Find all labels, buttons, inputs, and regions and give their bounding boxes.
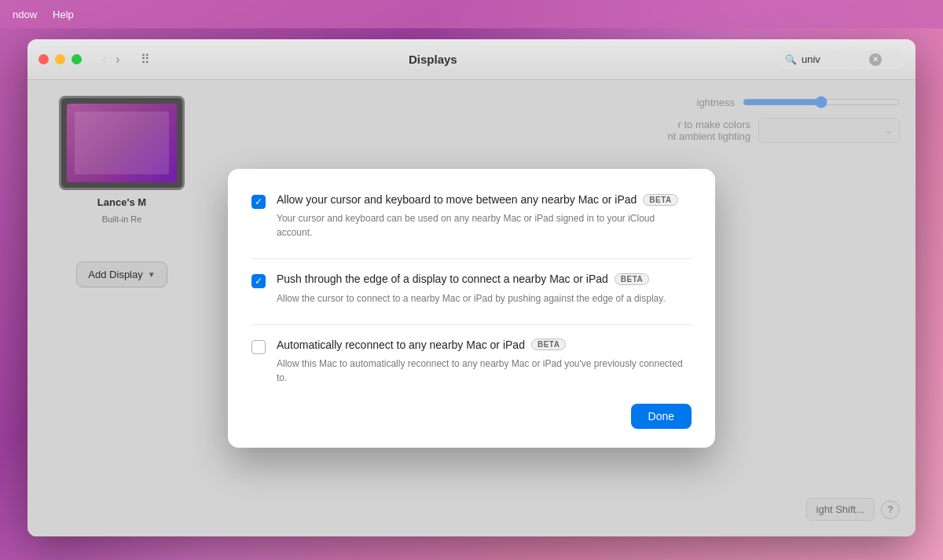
macos-window: ‹ › ⠿ Displays 🔍 ✕ Lance's M Built-in Re… — [28, 39, 915, 536]
search-bar: 🔍 ✕ — [779, 50, 904, 69]
modal-footer: Done — [251, 404, 692, 429]
traffic-lights — [39, 54, 82, 64]
option-2-desc: Allow the cursor to connect to a nearby … — [277, 291, 692, 306]
option-1-checkbox[interactable]: ✓ — [251, 195, 266, 209]
option-3-row: Automatically reconnect to any nearby Ma… — [251, 338, 692, 385]
search-input[interactable] — [802, 53, 864, 65]
search-icon: 🔍 — [785, 54, 797, 65]
option-1-desc: Your cursor and keyboard can be used on … — [277, 211, 692, 240]
option-3-title-row: Automatically reconnect to any nearby Ma… — [277, 338, 692, 352]
option-1-title: Allow your cursor and keyboard to move b… — [277, 192, 637, 207]
option-2-beta-badge: BETA — [615, 273, 649, 285]
option-1-beta-badge: BETA — [643, 194, 677, 206]
modal-backdrop: ✓ Allow your cursor and keyboard to move… — [28, 80, 915, 536]
option-3-checkbox-container — [251, 340, 266, 354]
search-clear-button[interactable]: ✕ — [869, 53, 882, 66]
titlebar: ‹ › ⠿ Displays 🔍 ✕ — [28, 39, 915, 80]
maximize-button[interactable] — [72, 54, 82, 64]
option-2-checkbox[interactable]: ✓ — [251, 274, 266, 288]
option-1-checkbox-container: ✓ — [251, 195, 266, 209]
main-content: Lance's M Built-in Re Add Display ▼ ight… — [28, 80, 915, 536]
option-1-title-row: Allow your cursor and keyboard to move b… — [277, 192, 692, 207]
option-3-content: Automatically reconnect to any nearby Ma… — [277, 338, 692, 385]
universal-control-modal: ✓ Allow your cursor and keyboard to move… — [228, 169, 715, 448]
option-2-content: Push through the edge of a display to co… — [277, 272, 692, 305]
window-title: Displays — [95, 53, 771, 66]
option-1-content: Allow your cursor and keyboard to move b… — [277, 192, 692, 240]
option-2-title-row: Push through the edge of a display to co… — [277, 272, 692, 286]
option-1-row: ✓ Allow your cursor and keyboard to move… — [251, 192, 692, 240]
minimize-button[interactable] — [55, 54, 65, 64]
menu-window[interactable]: ndow — [13, 9, 37, 20]
option-3-beta-badge: BETA — [531, 339, 566, 350]
option-3-title: Automatically reconnect to any nearby Ma… — [277, 338, 525, 352]
done-button[interactable]: Done — [631, 404, 692, 429]
divider-2 — [251, 324, 692, 325]
menu-help[interactable]: Help — [53, 9, 74, 20]
option-2-title: Push through the edge of a display to co… — [277, 272, 608, 286]
option-3-desc: Allow this Mac to automatically reconnec… — [277, 357, 692, 385]
option-3-checkbox[interactable] — [251, 340, 266, 354]
close-button[interactable] — [39, 54, 49, 64]
option-2-row: ✓ Push through the edge of a display to … — [251, 272, 692, 305]
divider-1 — [251, 258, 692, 259]
menu-bar: ndow Help — [0, 0, 943, 28]
option-2-checkbox-container: ✓ — [251, 274, 266, 288]
